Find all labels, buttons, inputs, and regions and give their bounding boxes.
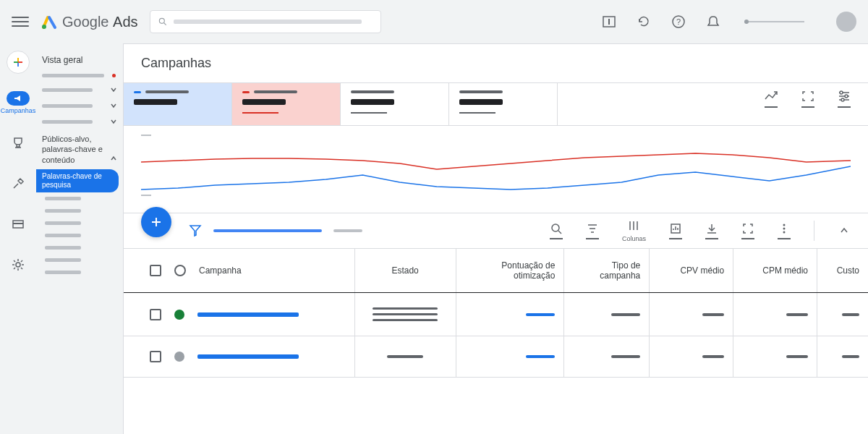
sidebar-group-audiences[interactable]: Públicos-alvo, palavras-chave e conteúdo — [36, 129, 123, 169]
chevron-down-icon — [110, 102, 117, 109]
expand-icon[interactable] — [801, 90, 814, 108]
svg-rect-7 — [13, 223, 23, 224]
row-checkbox[interactable] — [150, 309, 161, 320]
svg-point-10 — [845, 95, 848, 98]
filter-chip[interactable] — [213, 229, 322, 232]
search-icon — [158, 17, 168, 27]
svg-point-9 — [840, 91, 843, 94]
svg-point-11 — [841, 98, 844, 101]
adjust-icon[interactable] — [838, 90, 851, 108]
scorecards — [124, 82, 868, 126]
sidebar-item[interactable] — [36, 254, 123, 266]
more-icon[interactable] — [778, 222, 791, 239]
status-dot[interactable] — [174, 352, 184, 362]
chevron-down-icon — [110, 118, 117, 125]
svg-point-16 — [783, 231, 786, 234]
trophy-icon — [11, 136, 25, 150]
chevron-down-icon — [110, 86, 117, 93]
search-table-icon[interactable] — [550, 222, 563, 239]
column-header-opt[interactable]: Pontuação de otimização — [456, 249, 565, 292]
sidebar-item[interactable] — [36, 242, 123, 254]
table-toolbar: Colunas — [124, 213, 868, 249]
svg-point-15 — [783, 228, 786, 230]
segment-icon[interactable] — [586, 222, 599, 239]
plus-icon — [149, 215, 163, 229]
tools-icon — [11, 176, 25, 191]
svg-rect-3 — [608, 19, 610, 25]
svg-point-8 — [16, 263, 20, 267]
zoom-slider[interactable] — [746, 21, 804, 22]
logo-text: Google Ads — [62, 14, 138, 30]
main-content: Campanhas — [123, 43, 868, 434]
google-ads-icon — [41, 13, 58, 30]
svg-text:?: ? — [676, 17, 681, 26]
table-row[interactable] — [124, 293, 868, 336]
campaign-name[interactable] — [197, 354, 299, 359]
scorecard[interactable] — [449, 83, 558, 125]
sidebar-item[interactable] — [36, 217, 123, 229]
scorecard[interactable] — [124, 83, 232, 125]
row-checkbox[interactable] — [150, 351, 161, 362]
columns-icon[interactable]: Colunas — [622, 219, 646, 242]
nav-rail: Campanhas — [0, 43, 36, 434]
plus-icon — [12, 56, 24, 68]
status-dot[interactable] — [174, 310, 184, 320]
column-header-campaign[interactable]: Campanha — [124, 249, 355, 292]
rail-campaigns[interactable]: Campanhas — [7, 91, 30, 114]
notifications-icon[interactable] — [706, 14, 720, 29]
rail-goals[interactable] — [7, 132, 30, 155]
reports-table-icon[interactable] — [669, 222, 682, 239]
rail-billing[interactable] — [7, 213, 30, 236]
megaphone-icon — [13, 93, 23, 103]
column-header-cpm[interactable]: CPM médio — [733, 249, 817, 292]
sidebar: Vista geral Públicos-alvo, palavras-chav… — [36, 43, 123, 434]
performance-chart — [124, 126, 868, 213]
column-header-state[interactable]: Estado — [355, 249, 456, 292]
sidebar-item[interactable] — [36, 82, 123, 98]
help-icon[interactable]: ? — [671, 14, 686, 29]
sidebar-item[interactable] — [36, 192, 123, 205]
status-filter[interactable] — [174, 265, 186, 276]
sidebar-overview[interactable]: Vista geral — [36, 51, 123, 69]
campaign-name[interactable] — [197, 312, 299, 317]
scorecard[interactable] — [232, 83, 341, 125]
app-header: Google Ads ? — [0, 0, 868, 43]
svg-point-12 — [552, 224, 559, 231]
sidebar-item[interactable] — [36, 69, 123, 82]
filter-chip[interactable] — [333, 229, 362, 232]
sidebar-item[interactable] — [36, 205, 123, 217]
chart-options-icon[interactable] — [764, 90, 778, 108]
rail-tools[interactable] — [7, 172, 30, 195]
column-header-cpv[interactable]: CPV médio — [650, 249, 733, 292]
filter-icon[interactable] — [189, 224, 202, 237]
avatar[interactable] — [836, 12, 856, 32]
expand-table-icon[interactable] — [741, 222, 754, 239]
svg-point-1 — [159, 18, 164, 23]
campaigns-table: Campanha Estado Pontuação de otimização … — [124, 249, 868, 378]
sidebar-item[interactable] — [36, 229, 123, 242]
select-all-checkbox[interactable] — [150, 265, 161, 276]
collapse-icon[interactable] — [838, 224, 851, 237]
refresh-icon[interactable] — [637, 14, 651, 29]
scorecard[interactable] — [341, 83, 449, 125]
rail-settings[interactable] — [7, 253, 30, 276]
create-button[interactable] — [7, 51, 30, 74]
gear-icon — [11, 258, 25, 272]
sidebar-search-keywords[interactable]: Palavras-chave de pesquisa — [36, 169, 119, 192]
column-header-cost[interactable]: Custo — [817, 249, 868, 292]
sidebar-item[interactable] — [36, 266, 123, 278]
chevron-up-icon — [110, 155, 117, 162]
reports-icon[interactable] — [602, 14, 616, 29]
search-input[interactable] — [150, 10, 381, 33]
svg-point-14 — [783, 224, 786, 226]
table-row[interactable] — [124, 336, 868, 378]
svg-point-0 — [42, 25, 46, 29]
menu-icon[interactable] — [12, 13, 29, 30]
sidebar-item[interactable] — [36, 98, 123, 114]
billing-icon — [11, 217, 25, 231]
column-header-type[interactable]: Tipo de campanha — [564, 249, 650, 292]
download-icon[interactable] — [705, 222, 718, 239]
logo[interactable]: Google Ads — [41, 13, 138, 30]
page-title: Campanhas — [124, 44, 868, 82]
sidebar-item[interactable] — [36, 114, 123, 129]
